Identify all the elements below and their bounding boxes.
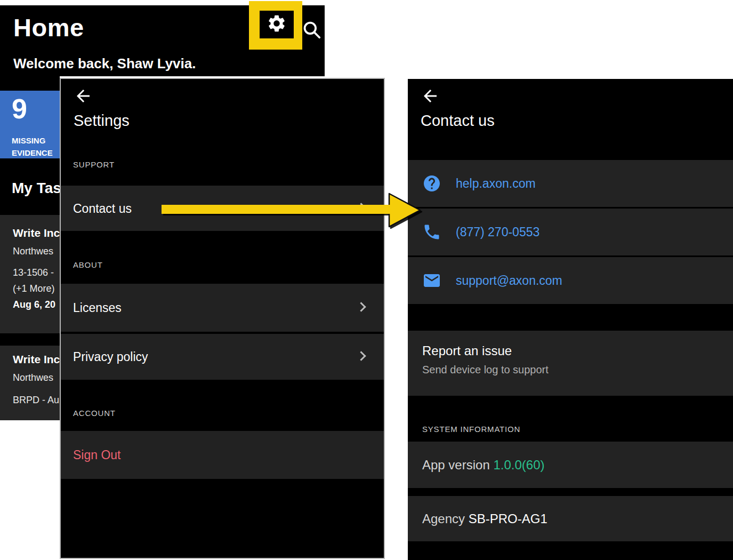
task-date: Aug 6, 20 <box>13 299 55 310</box>
task-subtitle: Northwes <box>13 246 53 257</box>
back-arrow-icon[interactable] <box>74 86 93 106</box>
phone-icon <box>422 222 441 242</box>
licenses-label: Licenses <box>73 301 122 315</box>
task-case-number: 13-1506 - <box>13 267 54 278</box>
missing-evidence-tile[interactable]: 9 MISSING EVIDENCE <box>0 91 60 158</box>
email-link-row[interactable]: support@axon.com <box>408 257 733 304</box>
app-version-row: App version 1.0.0(60) <box>408 442 733 488</box>
page-title: Home <box>13 13 84 42</box>
phone-link: (877) 270-0553 <box>456 225 539 239</box>
settings-item-privacy-policy[interactable]: Privacy policy <box>61 334 384 380</box>
settings-panel: Settings SUPPORT Contact us ABOUT Licens… <box>60 78 385 559</box>
task-title: Write Inc <box>13 353 60 366</box>
settings-button[interactable] <box>260 11 294 38</box>
missing-evidence-label2: EVIDENCE <box>12 148 53 157</box>
email-icon <box>422 271 441 290</box>
account-section-header: ACCOUNT <box>73 409 116 418</box>
app-version-label: App version <box>422 458 493 472</box>
missing-evidence-count: 9 <box>12 93 27 125</box>
phone-link-row[interactable]: (877) 270-0553 <box>408 209 733 255</box>
task-card[interactable]: Write Inc Northwes BRPD - Au <box>0 346 60 420</box>
about-section-header: ABOUT <box>73 260 103 269</box>
task-agency: BRPD - Au <box>13 395 59 406</box>
report-issue-title: Report an issue <box>422 343 512 358</box>
agency-value: SB-PRO-AG1 <box>469 511 547 526</box>
help-link-row[interactable]: help.axon.com <box>408 160 733 207</box>
email-link: support@axon.com <box>456 274 562 288</box>
privacy-policy-label: Privacy policy <box>73 350 148 364</box>
gear-icon <box>267 13 287 36</box>
contact-us-panel: Contact us help.axon.com (877) 270-0553 <box>408 79 733 560</box>
contact-us-label: Contact us <box>73 201 132 215</box>
report-issue-row[interactable]: Report an issue Send device log to suppo… <box>408 331 733 396</box>
chevron-right-icon <box>356 302 366 311</box>
help-icon <box>422 174 441 193</box>
contact-us-title: Contact us <box>421 112 495 130</box>
home-screen-strip: 9 MISSING EVIDENCE My Tas Write Inc Nort… <box>0 76 60 420</box>
help-link: help.axon.com <box>456 177 536 191</box>
back-arrow-icon[interactable] <box>421 86 440 106</box>
support-section-header: SUPPORT <box>73 160 115 169</box>
report-issue-subtitle: Send device log to support <box>422 364 549 376</box>
chevron-right-icon <box>356 351 366 361</box>
settings-title: Settings <box>74 112 130 130</box>
agency-label: Agency <box>422 511 469 526</box>
task-card[interactable]: Write Inc Northwes 13-1506 - (+1 More) A… <box>0 215 60 333</box>
app-version-value: 1.0.0(60) <box>493 458 544 472</box>
task-subtitle: Northwes <box>13 372 53 383</box>
task-title: Write Inc <box>13 227 60 239</box>
my-tasks-heading: My Tas <box>12 180 60 197</box>
welcome-message: Welcome back, Shaw Lyvia. <box>13 55 196 72</box>
tutorial-canvas: Home Welcome back, Shaw Lyvia. 9 MISSING… <box>0 0 733 560</box>
settings-item-sign-out[interactable]: Sign Out <box>61 431 384 479</box>
tutorial-arrow-icon <box>160 190 424 231</box>
agency-row: Agency SB-PRO-AG1 <box>408 496 733 541</box>
search-icon[interactable] <box>302 19 322 41</box>
missing-evidence-label: MISSING <box>12 136 45 145</box>
sign-out-label: Sign Out <box>73 448 121 462</box>
system-information-header: SYSTEM INFORMATION <box>422 425 520 434</box>
settings-item-licenses[interactable]: Licenses <box>61 284 384 332</box>
settings-gear-highlight-box <box>249 1 302 50</box>
task-more-label: (+1 More) <box>13 283 55 294</box>
